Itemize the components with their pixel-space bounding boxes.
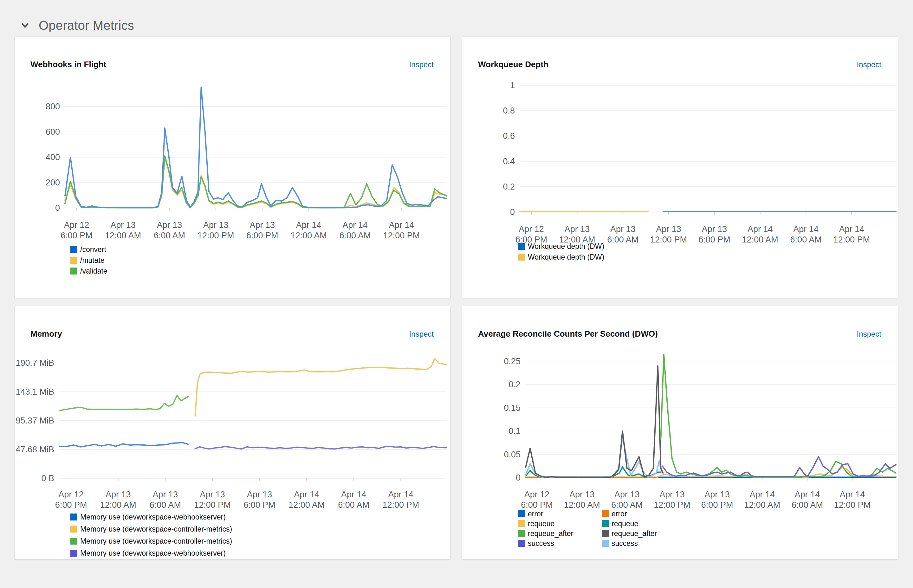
chart-card-workqueue-depth: Workqueue Depth Inspect 00.20.40.60.81Ap…: [462, 37, 898, 298]
x-axis-label: Apr 13: [702, 225, 727, 234]
x-axis-label: Apr 13: [565, 225, 590, 234]
y-axis-label: 95.37 MiB: [16, 416, 54, 425]
x-axis-label: 6:00 AM: [607, 235, 638, 244]
x-axis-label: 12:00 AM: [564, 500, 600, 510]
x-axis-label: Apr 14: [388, 490, 414, 499]
x-axis-label: Apr 13: [153, 490, 178, 499]
legend-swatch: [602, 520, 609, 527]
memory-line-chart: 0 B47.68 MiB95.37 MiB143.1 MiB190.7 MiBA…: [15, 306, 450, 559]
legend-label: requeue_after: [528, 529, 574, 538]
legend-label: error: [611, 510, 627, 518]
x-axis-label: 6:00 PM: [521, 500, 553, 510]
x-axis-label: Apr 13: [569, 490, 595, 499]
x-axis-label: 12:00 PM: [383, 231, 420, 240]
x-axis-label: 6:00 AM: [792, 500, 823, 510]
legend-swatch: [518, 530, 525, 537]
series-line: [195, 446, 447, 449]
x-axis-label: Apr 14: [839, 225, 865, 234]
x-axis-label: Apr 13: [656, 225, 681, 234]
x-axis-label: 6:00 AM: [339, 231, 371, 240]
legend-swatch: [602, 540, 609, 547]
x-axis-label: Apr 14: [341, 490, 367, 499]
y-axis-label: 0.05: [504, 450, 520, 459]
chart-title: Workqueue Depth: [478, 60, 548, 69]
x-axis-label: Apr 13: [249, 220, 275, 230]
y-axis-label: 0.1: [509, 426, 520, 436]
legend-label: requeue_after: [611, 529, 657, 538]
section-header[interactable]: Operator Metrics: [0, 0, 913, 37]
x-axis-label: 6:00 AM: [338, 500, 369, 510]
y-axis-label: 0: [516, 473, 520, 483]
legend-swatch: [70, 538, 78, 544]
y-axis-label: 143.1 MiB: [16, 387, 54, 397]
x-axis-label: Apr 14: [748, 225, 773, 234]
legend-label: Memory use (devworkspace-controller-metr…: [80, 537, 232, 545]
x-axis-label: Apr 14: [840, 490, 865, 499]
inspect-link[interactable]: Inspect: [857, 330, 881, 339]
x-axis-label: 12:00 AM: [100, 500, 136, 510]
x-axis-label: Apr 14: [294, 490, 319, 499]
x-axis-label: Apr 13: [105, 490, 131, 499]
x-axis-label: 6:00 AM: [150, 500, 181, 510]
x-axis-label: Apr 13: [610, 225, 636, 234]
x-axis-label: Apr 12: [58, 490, 84, 499]
legend-label: /validate: [80, 267, 107, 275]
chevron-down-icon[interactable]: [19, 20, 31, 31]
x-axis-label: Apr 12: [524, 490, 550, 499]
x-axis-label: 12:00 AM: [288, 500, 325, 510]
charts-grid: Webhooks in Flight Inspect 0200400600800…: [15, 37, 898, 559]
legend-swatch: [70, 525, 78, 533]
legend-swatch: [518, 520, 525, 527]
legend-label: success: [611, 539, 638, 548]
x-axis-label: Apr 13: [247, 490, 272, 499]
inspect-link[interactable]: Inspect: [857, 60, 881, 69]
x-axis-label: Apr 13: [200, 490, 225, 499]
x-axis-label: 12:00 PM: [194, 500, 231, 510]
y-axis-label: 47.68 MiB: [16, 445, 54, 454]
reconcile-line-chart: 00.050.10.150.20.25Apr 126:00 PMApr 1312…: [462, 306, 898, 559]
series-line: [59, 443, 188, 447]
x-axis-label: Apr 13: [110, 220, 136, 230]
series-line: [195, 359, 447, 416]
y-axis-label: 0.25: [504, 357, 520, 366]
x-axis-label: 12:00 AM: [291, 231, 327, 240]
chart-card-memory: Memory Inspect 0 B47.68 MiB95.37 MiB143.…: [15, 306, 450, 559]
x-axis-label: 12:00 AM: [742, 235, 778, 244]
y-axis-label: 0: [510, 207, 515, 217]
legend-swatch: [70, 257, 78, 264]
x-axis-label: 6:00 PM: [61, 231, 92, 240]
series-line: [59, 396, 188, 411]
x-axis-label: 12:00 PM: [834, 235, 870, 244]
x-axis-label: Apr 14: [296, 220, 322, 230]
legend-label: error: [528, 510, 543, 518]
y-axis-label: 1: [510, 81, 515, 90]
x-axis-label: 6:00 AM: [611, 500, 643, 510]
x-axis-label: 6:00 AM: [154, 231, 185, 240]
y-axis-label: 600: [46, 127, 60, 137]
y-axis-label: 0 B: [41, 473, 54, 483]
legend-swatch: [518, 510, 525, 517]
inspect-link[interactable]: Inspect: [409, 330, 434, 339]
series-line: [525, 437, 662, 477]
inspect-link[interactable]: Inspect: [409, 60, 434, 69]
x-axis-label: 6:00 PM: [244, 500, 275, 510]
chart-title: Average Reconcile Counts Per Second (DWO…: [478, 329, 658, 339]
series-line: [65, 87, 446, 208]
x-axis-label: Apr 14: [793, 225, 819, 234]
legend-swatch: [70, 514, 78, 520]
x-axis-label: Apr 14: [795, 490, 820, 499]
webhooks-line-chart: 0200400600800Apr 126:00 PMApr 1312:00 AM…: [15, 37, 450, 298]
y-axis-label: 0.2: [509, 380, 520, 389]
legend-swatch: [70, 246, 78, 253]
x-axis-label: Apr 12: [519, 225, 544, 234]
legend-label: requeue: [528, 520, 554, 528]
workqueue-line-chart: 00.20.40.60.81Apr 126:00 PMApr 1312:00 A…: [462, 37, 898, 298]
y-axis-label: 0.4: [503, 157, 515, 166]
x-axis-label: 6:00 PM: [701, 500, 733, 510]
legend-swatch: [70, 550, 78, 557]
legend-swatch: [70, 268, 78, 275]
x-axis-label: Apr 13: [614, 490, 640, 499]
x-axis-label: 12:00 PM: [197, 231, 234, 240]
series-line: [525, 366, 663, 477]
legend-swatch: [602, 530, 609, 537]
